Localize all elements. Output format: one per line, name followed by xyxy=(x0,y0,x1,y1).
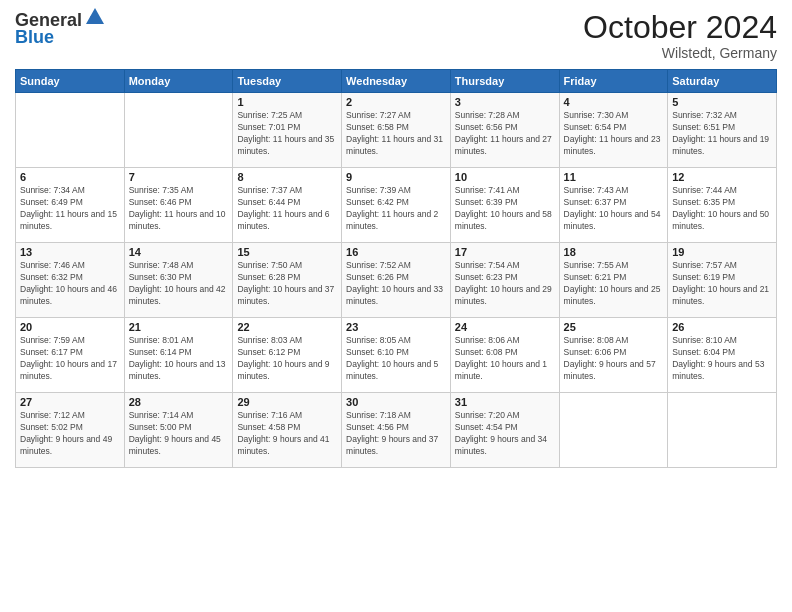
logo-blue: Blue xyxy=(15,27,54,48)
day-number: 14 xyxy=(129,246,229,258)
day-number: 7 xyxy=(129,171,229,183)
day-number: 12 xyxy=(672,171,772,183)
week-row-1: 6Sunrise: 7:34 AMSunset: 6:49 PMDaylight… xyxy=(16,168,777,243)
day-number: 24 xyxy=(455,321,555,333)
day-number: 10 xyxy=(455,171,555,183)
cell-detail: Sunrise: 7:46 AMSunset: 6:32 PMDaylight:… xyxy=(20,260,120,308)
cell-2-0: 13Sunrise: 7:46 AMSunset: 6:32 PMDayligh… xyxy=(16,243,125,318)
cell-detail: Sunrise: 7:34 AMSunset: 6:49 PMDaylight:… xyxy=(20,185,120,233)
cell-detail: Sunrise: 7:50 AMSunset: 6:28 PMDaylight:… xyxy=(237,260,337,308)
day-number: 25 xyxy=(564,321,664,333)
cell-4-1: 28Sunrise: 7:14 AMSunset: 5:00 PMDayligh… xyxy=(124,393,233,468)
cell-3-5: 25Sunrise: 8:08 AMSunset: 6:06 PMDayligh… xyxy=(559,318,668,393)
cell-0-4: 3Sunrise: 7:28 AMSunset: 6:56 PMDaylight… xyxy=(450,93,559,168)
cell-detail: Sunrise: 7:44 AMSunset: 6:35 PMDaylight:… xyxy=(672,185,772,233)
cell-detail: Sunrise: 7:55 AMSunset: 6:21 PMDaylight:… xyxy=(564,260,664,308)
cell-3-2: 22Sunrise: 8:03 AMSunset: 6:12 PMDayligh… xyxy=(233,318,342,393)
day-number: 20 xyxy=(20,321,120,333)
day-number: 9 xyxy=(346,171,446,183)
cell-4-6 xyxy=(668,393,777,468)
cell-detail: Sunrise: 7:25 AMSunset: 7:01 PMDaylight:… xyxy=(237,110,337,158)
cell-2-3: 16Sunrise: 7:52 AMSunset: 6:26 PMDayligh… xyxy=(342,243,451,318)
header-monday: Monday xyxy=(124,70,233,93)
day-number: 21 xyxy=(129,321,229,333)
cell-0-2: 1Sunrise: 7:25 AMSunset: 7:01 PMDaylight… xyxy=(233,93,342,168)
day-number: 2 xyxy=(346,96,446,108)
cell-1-5: 11Sunrise: 7:43 AMSunset: 6:37 PMDayligh… xyxy=(559,168,668,243)
cell-0-0 xyxy=(16,93,125,168)
cell-1-2: 8Sunrise: 7:37 AMSunset: 6:44 PMDaylight… xyxy=(233,168,342,243)
day-number: 28 xyxy=(129,396,229,408)
cell-2-6: 19Sunrise: 7:57 AMSunset: 6:19 PMDayligh… xyxy=(668,243,777,318)
week-row-0: 1Sunrise: 7:25 AMSunset: 7:01 PMDaylight… xyxy=(16,93,777,168)
cell-detail: Sunrise: 7:54 AMSunset: 6:23 PMDaylight:… xyxy=(455,260,555,308)
cell-detail: Sunrise: 7:52 AMSunset: 6:26 PMDaylight:… xyxy=(346,260,446,308)
cell-detail: Sunrise: 7:18 AMSunset: 4:56 PMDaylight:… xyxy=(346,410,446,458)
cell-4-0: 27Sunrise: 7:12 AMSunset: 5:02 PMDayligh… xyxy=(16,393,125,468)
day-number: 17 xyxy=(455,246,555,258)
cell-detail: Sunrise: 7:12 AMSunset: 5:02 PMDaylight:… xyxy=(20,410,120,458)
cell-1-6: 12Sunrise: 7:44 AMSunset: 6:35 PMDayligh… xyxy=(668,168,777,243)
cell-detail: Sunrise: 7:35 AMSunset: 6:46 PMDaylight:… xyxy=(129,185,229,233)
cell-2-4: 17Sunrise: 7:54 AMSunset: 6:23 PMDayligh… xyxy=(450,243,559,318)
week-row-3: 20Sunrise: 7:59 AMSunset: 6:17 PMDayligh… xyxy=(16,318,777,393)
header-friday: Friday xyxy=(559,70,668,93)
cell-1-3: 9Sunrise: 7:39 AMSunset: 6:42 PMDaylight… xyxy=(342,168,451,243)
day-number: 15 xyxy=(237,246,337,258)
day-number: 18 xyxy=(564,246,664,258)
day-number: 27 xyxy=(20,396,120,408)
logo-icon xyxy=(84,6,106,28)
cell-detail: Sunrise: 8:03 AMSunset: 6:12 PMDaylight:… xyxy=(237,335,337,383)
logo: General Blue xyxy=(15,10,106,48)
cell-3-0: 20Sunrise: 7:59 AMSunset: 6:17 PMDayligh… xyxy=(16,318,125,393)
cell-detail: Sunrise: 7:57 AMSunset: 6:19 PMDaylight:… xyxy=(672,260,772,308)
cell-detail: Sunrise: 8:08 AMSunset: 6:06 PMDaylight:… xyxy=(564,335,664,383)
cell-detail: Sunrise: 8:06 AMSunset: 6:08 PMDaylight:… xyxy=(455,335,555,383)
cell-detail: Sunrise: 7:48 AMSunset: 6:30 PMDaylight:… xyxy=(129,260,229,308)
cell-3-1: 21Sunrise: 8:01 AMSunset: 6:14 PMDayligh… xyxy=(124,318,233,393)
title-block: October 2024 Wilstedt, Germany xyxy=(583,10,777,61)
cell-3-6: 26Sunrise: 8:10 AMSunset: 6:04 PMDayligh… xyxy=(668,318,777,393)
header-sunday: Sunday xyxy=(16,70,125,93)
cell-4-3: 30Sunrise: 7:18 AMSunset: 4:56 PMDayligh… xyxy=(342,393,451,468)
month-title: October 2024 xyxy=(583,10,777,45)
day-number: 13 xyxy=(20,246,120,258)
cell-0-5: 4Sunrise: 7:30 AMSunset: 6:54 PMDaylight… xyxy=(559,93,668,168)
cell-2-1: 14Sunrise: 7:48 AMSunset: 6:30 PMDayligh… xyxy=(124,243,233,318)
day-number: 6 xyxy=(20,171,120,183)
cell-detail: Sunrise: 7:39 AMSunset: 6:42 PMDaylight:… xyxy=(346,185,446,233)
cell-0-3: 2Sunrise: 7:27 AMSunset: 6:58 PMDaylight… xyxy=(342,93,451,168)
header-row: Sunday Monday Tuesday Wednesday Thursday… xyxy=(16,70,777,93)
cell-1-4: 10Sunrise: 7:41 AMSunset: 6:39 PMDayligh… xyxy=(450,168,559,243)
cell-0-6: 5Sunrise: 7:32 AMSunset: 6:51 PMDaylight… xyxy=(668,93,777,168)
cell-detail: Sunrise: 7:28 AMSunset: 6:56 PMDaylight:… xyxy=(455,110,555,158)
week-row-4: 27Sunrise: 7:12 AMSunset: 5:02 PMDayligh… xyxy=(16,393,777,468)
cell-3-4: 24Sunrise: 8:06 AMSunset: 6:08 PMDayligh… xyxy=(450,318,559,393)
cell-detail: Sunrise: 7:16 AMSunset: 4:58 PMDaylight:… xyxy=(237,410,337,458)
calendar-table: Sunday Monday Tuesday Wednesday Thursday… xyxy=(15,69,777,468)
cell-detail: Sunrise: 7:20 AMSunset: 4:54 PMDaylight:… xyxy=(455,410,555,458)
cell-detail: Sunrise: 8:10 AMSunset: 6:04 PMDaylight:… xyxy=(672,335,772,383)
page-container: General Blue October 2024 Wilstedt, Germ… xyxy=(0,0,792,478)
day-number: 22 xyxy=(237,321,337,333)
day-number: 29 xyxy=(237,396,337,408)
cell-detail: Sunrise: 7:41 AMSunset: 6:39 PMDaylight:… xyxy=(455,185,555,233)
day-number: 26 xyxy=(672,321,772,333)
header-saturday: Saturday xyxy=(668,70,777,93)
cell-1-1: 7Sunrise: 7:35 AMSunset: 6:46 PMDaylight… xyxy=(124,168,233,243)
cell-detail: Sunrise: 7:43 AMSunset: 6:37 PMDaylight:… xyxy=(564,185,664,233)
cell-detail: Sunrise: 7:59 AMSunset: 6:17 PMDaylight:… xyxy=(20,335,120,383)
cell-detail: Sunrise: 7:14 AMSunset: 5:00 PMDaylight:… xyxy=(129,410,229,458)
cell-detail: Sunrise: 7:37 AMSunset: 6:44 PMDaylight:… xyxy=(237,185,337,233)
svg-marker-1 xyxy=(90,16,98,24)
header-tuesday: Tuesday xyxy=(233,70,342,93)
cell-0-1 xyxy=(124,93,233,168)
cell-detail: Sunrise: 8:01 AMSunset: 6:14 PMDaylight:… xyxy=(129,335,229,383)
header-thursday: Thursday xyxy=(450,70,559,93)
cell-detail: Sunrise: 8:05 AMSunset: 6:10 PMDaylight:… xyxy=(346,335,446,383)
cell-detail: Sunrise: 7:32 AMSunset: 6:51 PMDaylight:… xyxy=(672,110,772,158)
day-number: 19 xyxy=(672,246,772,258)
cell-4-5 xyxy=(559,393,668,468)
day-number: 5 xyxy=(672,96,772,108)
cell-1-0: 6Sunrise: 7:34 AMSunset: 6:49 PMDaylight… xyxy=(16,168,125,243)
